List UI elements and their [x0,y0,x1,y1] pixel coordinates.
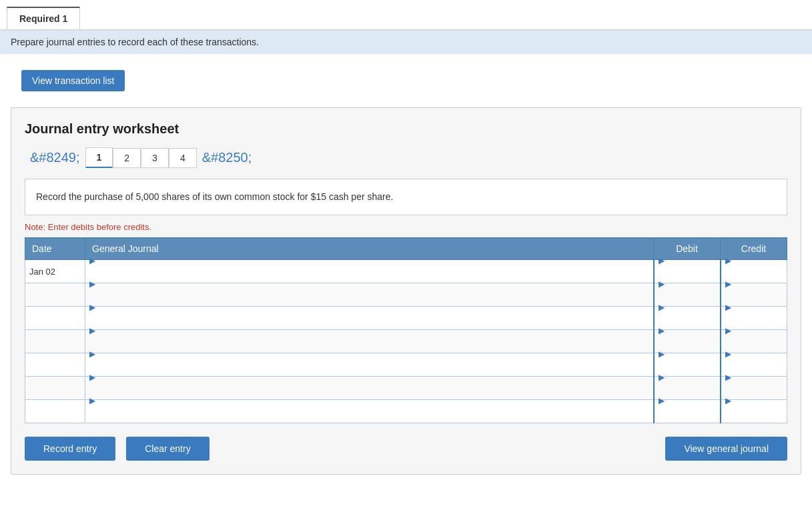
col-header-general-journal: General Journal [85,238,654,260]
page-tab-4[interactable]: 4 [169,148,197,168]
debit-input-6[interactable] [659,405,716,428]
date-value-0: Jan 02 [29,267,55,277]
journal-arrow-4: ▶ [89,349,95,359]
date-cell-0: Jan 02 [25,260,85,283]
journal-input-6[interactable] [89,405,649,428]
date-cell-5 [25,377,85,400]
prev-page-button[interactable]: &#8249; [25,147,85,168]
debit-arrow-1: ▶ [659,279,665,289]
credit-arrow-5: ▶ [725,373,731,382]
journal-input-3[interactable] [89,335,649,358]
info-banner: Prepare journal entries to record each o… [0,30,812,54]
worksheet-title: Journal entry worksheet [25,121,787,137]
record-entry-button[interactable]: Record entry [25,437,115,461]
page-tab-2[interactable]: 2 [113,148,141,168]
description-text: Record the purchase of 5,000 shares of i… [36,191,393,202]
credit-arrow-0: ▶ [725,256,731,265]
description-box: Record the purchase of 5,000 shares of i… [25,179,787,215]
date-cell-2 [25,307,85,330]
journal-input-4[interactable] [89,359,649,381]
bottom-buttons: Record entry Clear entry View general jo… [25,437,787,461]
date-cell-6 [25,400,85,423]
page-tab-3[interactable]: 3 [141,148,169,168]
note-text: Note: Enter debits before credits. [25,222,787,232]
credit-arrow-4: ▶ [725,349,731,359]
journal-table: Date General Journal Debit Credit Jan 02… [25,237,787,423]
journal-arrow-1: ▶ [89,279,95,289]
debit-arrow-6: ▶ [659,396,665,405]
journal-arrow-0: ▶ [89,256,95,265]
view-transaction-button[interactable]: View transaction list [21,70,125,91]
view-general-journal-button[interactable]: View general journal [665,437,787,461]
journal-arrow-6: ▶ [89,396,95,405]
worksheet-panel: Journal entry worksheet &#8249; 1 2 3 4 … [11,107,801,475]
credit-arrow-2: ▶ [725,303,731,312]
journal-arrow-5: ▶ [89,373,95,382]
journal-cell-0[interactable]: ▶ [85,260,654,283]
date-cell-4 [25,353,85,377]
journal-input-2[interactable] [89,312,649,335]
date-cell-3 [25,330,85,353]
date-cell-1 [25,283,85,307]
pagination: &#8249; 1 2 3 4 &#8250; [25,147,787,168]
journal-input-0[interactable] [89,265,649,288]
journal-input-5[interactable] [89,382,649,405]
table-row: Jan 02▶▶▶ [25,260,787,283]
tab-bar: Required 1 [0,0,812,30]
col-header-date: Date [25,238,85,260]
next-page-button[interactable]: &#8250; [197,147,258,168]
info-banner-text: Prepare journal entries to record each o… [11,37,259,47]
credit-arrow-1: ▶ [725,279,731,289]
clear-entry-button[interactable]: Clear entry [126,437,209,461]
debit-arrow-0: ▶ [659,256,665,265]
journal-arrow-3: ▶ [89,326,95,335]
journal-input-1[interactable] [89,289,649,311]
page-tab-1[interactable]: 1 [85,147,113,168]
debit-arrow-3: ▶ [659,326,665,335]
credit-arrow-3: ▶ [725,326,731,335]
tab-required-1[interactable]: Required 1 [7,7,80,29]
credit-arrow-6: ▶ [725,396,731,405]
credit-input-6[interactable] [725,405,783,428]
debit-arrow-4: ▶ [659,349,665,359]
debit-arrow-5: ▶ [659,373,665,382]
journal-arrow-2: ▶ [89,303,95,312]
debit-arrow-2: ▶ [659,303,665,312]
